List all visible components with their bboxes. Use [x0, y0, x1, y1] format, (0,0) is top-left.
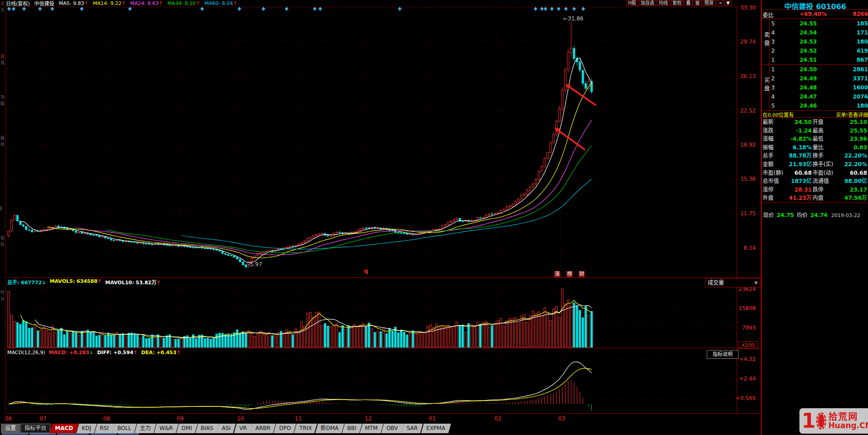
app-root: 33.3029.7426.1322.5218.9215.3611.758.140…	[0, 0, 868, 435]
sidebar-char[interactable]: [	[0, 207, 2, 211]
now-label: 现价	[763, 211, 774, 218]
indicator-tab[interactable]: 指标平台	[20, 424, 50, 433]
header-button[interactable]: 均线	[657, 0, 670, 6]
ask-row[interactable]: 424.54171	[770, 28, 868, 37]
stat-value: 28.31	[789, 186, 813, 194]
peak-price-annotation: ←31.86	[563, 15, 583, 22]
gear-icon	[818, 414, 824, 428]
header-button[interactable]: →	[716, 0, 724, 6]
indicator-tab[interactable]: OBV	[382, 424, 402, 433]
signal-diamond-icon	[22, 7, 26, 11]
stat-label: 最高	[813, 127, 842, 135]
date-label: 2019-03-22	[831, 213, 860, 218]
signal-diamond-icon	[540, 7, 544, 11]
quote-panel: 中信建投 601066 委比 +69.40% 8266 卖盘 买盘 524.55…	[761, 0, 868, 435]
header-button[interactable]: 复权	[671, 0, 684, 6]
indicator-tab[interactable]: W&R	[155, 424, 177, 433]
bid-row[interactable]: 524.46180	[770, 101, 868, 110]
ask-row[interactable]: 524.55185	[770, 19, 868, 28]
sidebar-char[interactable]: 标	[0, 242, 5, 247]
indicator-tab[interactable]: MACD	[51, 424, 77, 433]
hot-badge[interactable]: 财	[579, 271, 585, 277]
stat-value: 21.93亿	[789, 160, 813, 169]
sidebar-char[interactable]: 选	[0, 61, 5, 65]
macd-legend: MACD: +0.283↓DIFF: +0.594↑DEA: +0.453↑	[49, 350, 181, 356]
volume-legend-item: MAVOL10: 53.82万↑	[105, 278, 161, 286]
header-button[interactable]: 预测	[703, 0, 715, 6]
sidebar-char[interactable]: 页	[0, 8, 5, 12]
hot-badge[interactable]: 榜	[566, 271, 573, 277]
sidebar-char[interactable]: 指	[0, 236, 5, 240]
current-price-row: 现价 24.75 均价 24.74 2019-03-22	[763, 211, 868, 218]
header-button[interactable]: 窗	[694, 0, 702, 6]
indicator-tab[interactable]: 新DMA	[317, 424, 343, 433]
header-buttons: H股加自选均线复权叠窗预测→▼	[626, 0, 732, 6]
bid-row[interactable]: 424.472076	[770, 92, 868, 101]
indicator-tab[interactable]: DPO	[275, 424, 295, 433]
indicator-tab[interactable]: SAR	[402, 424, 422, 433]
indicator-tab[interactable]: ARBR	[251, 424, 274, 433]
avg-value: 24.74	[810, 212, 828, 218]
header-button[interactable]: ▼	[724, 0, 732, 6]
hot-badge[interactable]: 涨	[554, 271, 560, 277]
indicator-tab[interactable]: RSI	[96, 424, 113, 433]
bid-row[interactable]: 224.493371	[770, 74, 868, 83]
stat-value: 24.50	[789, 118, 813, 127]
axis-label: 7993	[742, 325, 756, 331]
volume-legend-item: MAVOL5: 634588↑	[50, 278, 101, 286]
indicator-tab[interactable]: 设置	[1, 424, 20, 433]
ma-legend-item: MA5: 9.83↑	[59, 0, 89, 6]
month-label: 07	[40, 415, 46, 422]
ask-row[interactable]: 324.53180	[770, 37, 868, 46]
indicator-tab[interactable]: EXPMA	[422, 424, 450, 433]
stat-value: 23.17	[842, 186, 868, 194]
stat-label: 市盈(静)	[763, 169, 789, 178]
axis-label: 15.36	[740, 176, 756, 182]
now-value: 24.75	[777, 212, 794, 218]
avg-label: 均价	[797, 211, 808, 218]
macd-params-label: MACD(12,26,9)	[7, 350, 45, 356]
sidebar-char[interactable]: 版	[0, 136, 5, 140]
sidebar-char[interactable]: 首	[0, 2, 5, 6]
indicator-tab[interactable]: KDJ	[78, 424, 95, 433]
sidebar-char[interactable]: 分	[0, 297, 5, 301]
sidebar-char[interactable]: 块	[0, 143, 5, 147]
sidebar-char[interactable]: 时	[0, 291, 5, 295]
indicator-tab[interactable]: BBI	[343, 424, 361, 433]
stats-grid: 最新24.50开盘25.10涨跌-1.24最高25.55涨幅-4.82%最低23…	[763, 118, 868, 203]
indicator-tab[interactable]: VR	[235, 424, 251, 433]
macd-legend-item: DEA: +0.453↑	[141, 350, 181, 356]
watermark-domain: Huang.CN	[828, 422, 868, 430]
indicator-tab[interactable]: MTM	[361, 424, 382, 433]
indicator-help-button[interactable]: 指标说明	[707, 350, 739, 359]
indicator-tab[interactable]: ASI	[218, 424, 234, 433]
sell-side-label: 卖盘	[763, 32, 769, 48]
signal-diamond-icon	[262, 7, 265, 11]
macd-legend-item: DIFF: +0.594↑	[97, 350, 138, 356]
header-button[interactable]: H股	[626, 0, 638, 6]
month-label: 12	[365, 415, 372, 422]
sidebar-char[interactable]: 功	[0, 95, 5, 99]
stat-label: 总手	[763, 152, 789, 160]
stat-label: 换手	[813, 152, 842, 160]
indicator-tab[interactable]: BOLL	[113, 424, 135, 433]
signal-diamond-icon	[238, 7, 241, 11]
bid-row[interactable]: 124.502861	[770, 65, 868, 74]
ma-legend-item: MA14: 9.22↑	[93, 0, 126, 6]
header-button[interactable]: 加自选	[639, 0, 656, 6]
header-button[interactable]: 叠	[684, 0, 693, 6]
ask-row[interactable]: 124.51867	[770, 55, 868, 64]
indicator-tab[interactable]: DMI	[178, 424, 196, 433]
weibi-value: +69.40%	[799, 11, 827, 19]
ask-rows: 524.55185424.54171324.53180224.52419124.…	[769, 19, 868, 64]
ask-row[interactable]: 224.52419	[770, 46, 868, 55]
signal-diamond-icon	[128, 7, 132, 11]
sidebar-char[interactable]: 能	[0, 102, 5, 106]
indicator-tab[interactable]: TRIX	[295, 424, 316, 433]
volume-type-dropdown[interactable]: 成交量 ▼	[705, 278, 760, 287]
bid-row[interactable]: 324.481600	[770, 83, 868, 92]
indicator-tab-bar: 设置指标平台MACDKDJRSIBOLL主力W&RDMIBIASASIVRARB…	[0, 424, 762, 433]
indicator-tab[interactable]: BIAS	[197, 424, 218, 433]
indicator-tab[interactable]: 主力	[136, 424, 155, 433]
sidebar-char[interactable]: 自	[0, 54, 5, 59]
